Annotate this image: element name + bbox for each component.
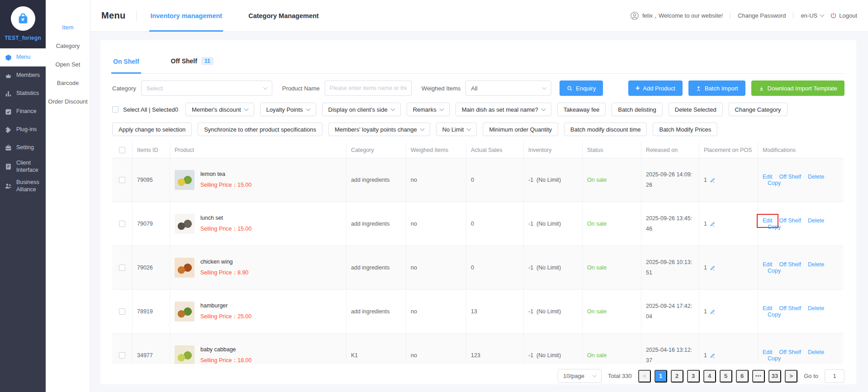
tab-inventory-management[interactable]: Inventory management <box>150 0 222 32</box>
off-shelf-link[interactable]: Off Shelf <box>779 305 801 312</box>
goto-page-input[interactable] <box>825 369 844 383</box>
batch-button-member-s-discount[interactable]: Member's discount <box>185 103 254 116</box>
row-checkbox[interactable] <box>119 221 125 227</box>
batch-button-no-limit[interactable]: No Limit <box>436 123 477 136</box>
page-button-33[interactable]: 33 <box>768 370 781 383</box>
placement-on-pos-cell: 1 <box>699 158 758 202</box>
sidebar-item-statistics[interactable]: Statistics <box>0 85 46 103</box>
page-size-select[interactable]: 10/page <box>558 369 602 383</box>
delete-link[interactable]: Delete <box>808 261 824 268</box>
copy-link[interactable]: Copy <box>768 268 781 274</box>
edit-link[interactable]: Edit <box>763 349 773 355</box>
locale-selector[interactable]: en-US <box>801 12 824 19</box>
batch-button-main-dish-as-set-meal-name[interactable]: Main dish as set meal name? <box>455 103 551 116</box>
row-checkbox[interactable] <box>119 352 125 359</box>
off-shelf-link[interactable]: Off Shelf <box>779 261 801 268</box>
page-button-3[interactable]: 3 <box>687 370 700 383</box>
download-import-template-button[interactable]: Download Import Template <box>751 80 844 96</box>
batch-button-apply-change-to-selection[interactable]: Apply change to selection <box>112 123 192 136</box>
off-shelf-link[interactable]: Off Shelf <box>779 217 801 224</box>
product-image <box>175 214 194 234</box>
select-all-checkbox[interactable] <box>112 106 119 113</box>
category-select[interactable]: Select <box>141 80 272 96</box>
batch-button-synchronize-to-other-product-specifications[interactable]: Synchronize to other product specificati… <box>198 123 323 136</box>
next-page-button[interactable]: > <box>785 370 797 383</box>
edit-pencil-icon[interactable] <box>710 177 716 183</box>
sidebar-item-barcode[interactable]: Barcode <box>46 74 90 92</box>
ellipsis-page-button[interactable]: ••• <box>752 370 765 383</box>
page-button-2[interactable]: 2 <box>671 370 683 383</box>
tab-off-shelf[interactable]: Off Shelf 11 <box>170 57 214 73</box>
batch-button-remarks[interactable]: Remarks <box>407 103 450 116</box>
edit-link[interactable]: Edit <box>763 261 773 268</box>
change-password-link[interactable]: Change Password <box>738 12 786 19</box>
off-shelf-link[interactable]: Off Shelf <box>779 174 801 180</box>
edit-link[interactable]: Edit <box>763 305 773 312</box>
page-button-1[interactable]: 1 <box>655 370 667 383</box>
column-header-category: Category <box>346 142 406 158</box>
sidebar-item-plug-ins[interactable]: Plug-ins <box>0 121 46 139</box>
sidebar-item-open-set[interactable]: Open Set <box>46 55 90 74</box>
copy-link[interactable]: Copy <box>768 180 781 186</box>
product-name: baby cabbage <box>200 346 251 353</box>
off-shelf-link[interactable]: Off Shelf <box>779 349 801 355</box>
sidebar-item-order-discount[interactable]: Order Discount <box>46 92 90 111</box>
sidebar-item-members[interactable]: Members <box>0 66 46 85</box>
product-name-input[interactable] <box>325 80 412 96</box>
batch-button-batch-modify-prices[interactable]: Batch Modify Prices <box>653 123 717 136</box>
delete-link[interactable]: Delete <box>808 174 824 180</box>
delete-link[interactable]: Delete <box>808 217 824 224</box>
edit-pencil-icon[interactable] <box>710 353 716 359</box>
batch-button-change-category[interactable]: Change Category <box>729 103 787 116</box>
enquiry-button[interactable]: Enquiry <box>560 80 603 96</box>
delete-link[interactable]: Delete <box>808 305 824 312</box>
app-root: TEST_foriegn Menu Members Statistics Fin… <box>0 0 868 392</box>
batch-button-delete-selected[interactable]: Delete Selected <box>669 103 723 116</box>
add-product-button[interactable]: + Add Product <box>628 80 683 96</box>
tab-category-management[interactable]: Category Management <box>248 0 319 32</box>
topbar-right: felix，Welcome to our website! Change Pas… <box>630 11 857 20</box>
edit-pencil-icon[interactable] <box>710 309 716 315</box>
batch-button-batch-delisting[interactable]: Batch delisting <box>612 103 663 116</box>
batch-button-takeaway-fee[interactable]: Takeaway fee <box>557 103 606 116</box>
batch-button-loyalty-points[interactable]: Loyalty Points <box>260 103 316 116</box>
sidebar-item-category[interactable]: Category <box>46 37 90 55</box>
row-checkbox[interactable] <box>119 308 125 315</box>
logout-link[interactable]: Logout <box>839 12 857 19</box>
delete-link[interactable]: Delete <box>808 349 824 355</box>
header-checkbox[interactable] <box>119 147 125 153</box>
tab-on-shelf[interactable]: On Shelf <box>112 58 140 73</box>
user-avatar-icon <box>630 11 639 20</box>
copy-link[interactable]: Copy <box>768 224 781 230</box>
copy-link[interactable]: Copy <box>768 355 781 362</box>
batch-button-minimum-order-quantity[interactable]: Minimum order Quantity <box>483 123 558 136</box>
weighed-items-select[interactable]: All <box>465 80 551 96</box>
edit-link[interactable]: Edit <box>763 174 773 180</box>
placement-on-pos-cell: 1 <box>699 246 758 290</box>
batch-import-button[interactable]: Batch Import <box>688 80 745 96</box>
row-checkbox[interactable] <box>119 264 125 271</box>
page-button-4[interactable]: 4 <box>703 370 716 383</box>
sidebar-item-setting[interactable]: Setting <box>0 139 46 157</box>
edit-pencil-icon[interactable] <box>710 265 716 271</box>
sidebar-item-item[interactable]: Item <box>46 18 90 37</box>
sidebar-item-menu[interactable]: Menu <box>0 48 46 66</box>
power-icon <box>830 12 837 19</box>
category-filter-label: Category <box>112 85 136 92</box>
batch-button-members-loyalty-points-change[interactable]: Members' loyalty points change <box>328 123 430 136</box>
total-count: Total 330 <box>608 373 632 379</box>
prev-page-button[interactable]: < <box>638 370 651 383</box>
search-icon <box>567 85 573 91</box>
page-button-5[interactable]: 5 <box>720 370 732 383</box>
batch-button-display-on-client-s-side[interactable]: Display on client's side <box>322 103 401 116</box>
released-on-cell: 2025-09-26 14:09:26 <box>646 170 694 190</box>
items-id-cell: 79026 <box>133 246 170 290</box>
sidebar-item-finance[interactable]: Finance <box>0 103 46 121</box>
page-button-6[interactable]: 6 <box>736 370 749 383</box>
copy-link[interactable]: Copy <box>768 312 781 318</box>
row-checkbox[interactable] <box>119 177 125 183</box>
edit-pencil-icon[interactable] <box>710 221 716 227</box>
sidebar-item-business-alliance[interactable]: Business Alliance <box>0 176 46 196</box>
sidebar-item-client-interface[interactable]: Client Interface <box>0 157 46 176</box>
batch-button-batch-modify-discount-time[interactable]: Batch modify discount time <box>564 123 647 136</box>
